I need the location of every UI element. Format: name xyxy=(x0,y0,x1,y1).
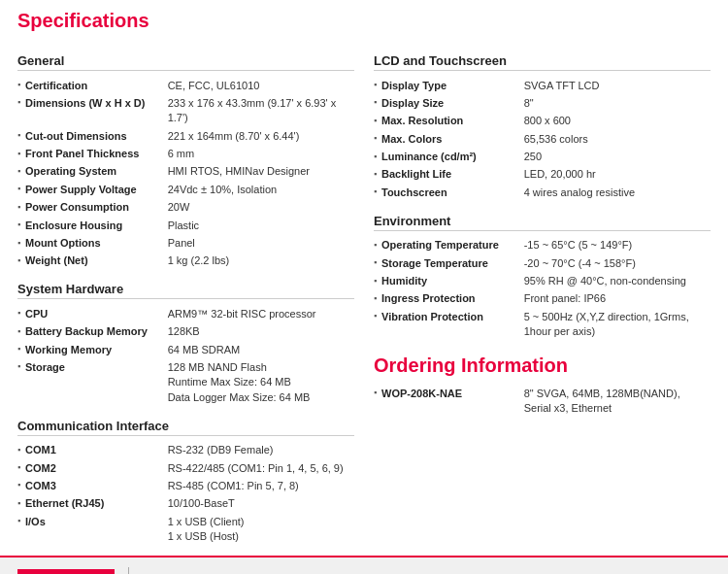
table-row: Display TypeSVGA TFT LCD xyxy=(374,77,711,94)
spec-label: Display Type xyxy=(374,77,522,94)
comm-table: COM1RS-232 (DB9 Female)COM2RS-422/485 (C… xyxy=(17,442,354,546)
spec-label: Vibration Protection xyxy=(374,308,522,341)
table-row: CPUARM9™ 32-bit RISC processor xyxy=(17,305,354,322)
two-column-layout: General CertificationCE, FCC, UL61010Dim… xyxy=(17,42,711,546)
spec-value: 6 mm xyxy=(166,146,354,163)
spec-label: COM3 xyxy=(17,477,166,494)
spec-value: 250 xyxy=(522,149,711,166)
spec-value: 1 x USB (Client)1 x USB (Host) xyxy=(166,513,354,546)
spec-value: Panel xyxy=(166,235,354,253)
spec-label: Touchscreen xyxy=(374,184,522,201)
spec-label: Ingress Protection xyxy=(374,290,522,308)
spec-value: 4 wires analog resistive xyxy=(522,184,711,201)
spec-label: Humidity xyxy=(374,273,522,290)
spec-value: CE, FCC, UL61010 xyxy=(166,77,354,94)
footer: AD\ANTECH Industrial Operator Panels Las… xyxy=(0,556,728,574)
spec-label: Max. Colors xyxy=(374,130,522,148)
spec-label: Power Supply Voltage xyxy=(17,181,166,198)
table-row: Mount OptionsPanel xyxy=(17,235,354,253)
table-row: Front Panel Thickness6 mm xyxy=(17,146,354,163)
table-row: COM1RS-232 (DB9 Female) xyxy=(17,442,354,459)
spec-label: Battery Backup Memory xyxy=(17,323,166,341)
spec-value: 233 x 176 x 43.3mm (9.17' x 6.93' x 1.7'… xyxy=(166,94,354,127)
table-row: Ethernet (RJ45)10/100-BaseT xyxy=(17,495,354,513)
section-hardware-title: System Hardware xyxy=(17,282,354,299)
table-row: WOP-208K-NAE8" SVGA, 64MB, 128MB(NAND), … xyxy=(374,385,711,418)
lcd-table: Display TypeSVGA TFT LCDDisplay Size8"Ma… xyxy=(374,77,711,202)
table-row: Max. Resolution800 x 600 xyxy=(374,113,711,130)
spec-value: ARM9™ 32-bit RISC processor xyxy=(166,305,354,322)
spec-value: 128KB xyxy=(166,323,354,341)
env-table: Operating Temperature-15 ~ 65°C (5 ~ 149… xyxy=(374,237,711,341)
table-row: Operating Temperature-15 ~ 65°C (5 ~ 149… xyxy=(374,237,711,254)
left-column: General CertificationCE, FCC, UL61010Dim… xyxy=(17,42,354,546)
spec-label: CPU xyxy=(17,305,166,322)
spec-value: Plastic xyxy=(166,217,354,234)
ordering-table: WOP-208K-NAE8" SVGA, 64MB, 128MB(NAND), … xyxy=(374,385,711,418)
spec-value: 95% RH @ 40°C, non-condensing xyxy=(522,273,711,290)
table-row: Luminance (cd/m²)250 xyxy=(374,149,711,166)
table-row: COM2RS-422/485 (COM1: Pin 1, 4, 5, 6, 9) xyxy=(17,459,354,477)
spec-value: 8" xyxy=(522,94,711,112)
spec-label: Ethernet (RJ45) xyxy=(17,495,166,513)
table-row: Storage Temperature-20 ~ 70°C (-4 ~ 158°… xyxy=(374,254,711,272)
table-row: Enclosure HousingPlastic xyxy=(17,217,354,234)
table-row: Touchscreen4 wires analog resistive xyxy=(374,184,711,201)
table-row: Display Size8" xyxy=(374,94,711,112)
section-lcd-title: LCD and Touchscreen xyxy=(374,53,711,71)
ordering-title: Ordering Information xyxy=(374,355,711,377)
table-row: Storage128 MB NAND FlashRuntime Max Size… xyxy=(17,358,354,406)
spec-value: 800 x 600 xyxy=(522,113,711,130)
spec-value: 5 ~ 500Hz (X,Y,Z direction, 1Grms, 1hour… xyxy=(522,308,711,341)
spec-value: 221 x 164mm (8.70' x 6.44') xyxy=(166,127,354,145)
spec-label: Mount Options xyxy=(17,235,166,253)
table-row: Vibration Protection5 ~ 500Hz (X,Y,Z dir… xyxy=(374,308,711,341)
spec-label: COM1 xyxy=(17,442,166,459)
spec-value: Front panel: IP66 xyxy=(522,290,711,308)
table-row: Power Consumption20W xyxy=(17,199,354,217)
spec-label: Power Consumption xyxy=(17,199,166,217)
spec-label: Enclosure Housing xyxy=(17,217,166,234)
spec-value: HMI RTOS, HMINav Designer xyxy=(166,163,354,181)
table-row: COM3RS-485 (COM1: Pin 5, 7, 8) xyxy=(17,477,354,494)
right-column: LCD and Touchscreen Display TypeSVGA TFT… xyxy=(374,42,711,546)
spec-value: 1 kg (2.2 lbs) xyxy=(166,253,354,270)
spec-label: Storage xyxy=(17,358,166,406)
spec-value: 64 MB SDRAM xyxy=(166,341,354,358)
spec-label: Max. Resolution xyxy=(374,113,522,130)
spec-value: 10/100-BaseT xyxy=(166,495,354,513)
table-row: Dimensions (W x H x D)233 x 176 x 43.3mm… xyxy=(17,94,354,127)
page-title: Specifications xyxy=(17,10,711,32)
table-row: Max. Colors65,536 colors xyxy=(374,130,711,148)
spec-label: Luminance (cd/m²) xyxy=(374,149,522,166)
general-table: CertificationCE, FCC, UL61010Dimensions … xyxy=(17,77,354,270)
table-row: Power Supply Voltage24Vdc ± 10%, Isolati… xyxy=(17,181,354,198)
spec-label: Working Memory xyxy=(17,341,166,358)
spec-label: Dimensions (W x H x D) xyxy=(17,94,166,127)
spec-value: 20W xyxy=(166,199,354,217)
spec-value: 128 MB NAND FlashRuntime Max Size: 64 MB… xyxy=(166,358,354,406)
spec-label: Operating Temperature xyxy=(374,237,522,254)
logo-brand: AD\ANTECH xyxy=(17,569,115,574)
spec-label: Operating System xyxy=(17,163,166,181)
spec-label: Cut-out Dimensions xyxy=(17,127,166,145)
section-comm-title: Communication Interface xyxy=(17,419,354,436)
spec-label: Storage Temperature xyxy=(374,254,522,272)
spec-value: SVGA TFT LCD xyxy=(522,77,711,94)
spec-value: LED, 20,000 hr xyxy=(522,166,711,184)
table-row: Backlight LifeLED, 20,000 hr xyxy=(374,166,711,184)
spec-value: RS-422/485 (COM1: Pin 1, 4, 5, 6, 9) xyxy=(166,459,354,477)
spec-label: COM2 xyxy=(17,459,166,477)
footer-logo: AD\ANTECH xyxy=(17,569,115,574)
spec-label: Front Panel Thickness xyxy=(17,146,166,163)
table-row: Working Memory64 MB SDRAM xyxy=(17,341,354,358)
spec-value: -20 ~ 70°C (-4 ~ 158°F) xyxy=(522,254,711,272)
table-row: Humidity95% RH @ 40°C, non-condensing xyxy=(374,273,711,290)
spec-label: Backlight Life xyxy=(374,166,522,184)
spec-label: WOP-208K-NAE xyxy=(374,385,522,418)
spec-label: Weight (Net) xyxy=(17,253,166,270)
spec-value: 8" SVGA, 64MB, 128MB(NAND), Serial x3, E… xyxy=(522,385,711,418)
table-row: Operating SystemHMI RTOS, HMINav Designe… xyxy=(17,163,354,181)
spec-value: -15 ~ 65°C (5 ~ 149°F) xyxy=(522,237,711,254)
table-row: CertificationCE, FCC, UL61010 xyxy=(17,77,354,94)
